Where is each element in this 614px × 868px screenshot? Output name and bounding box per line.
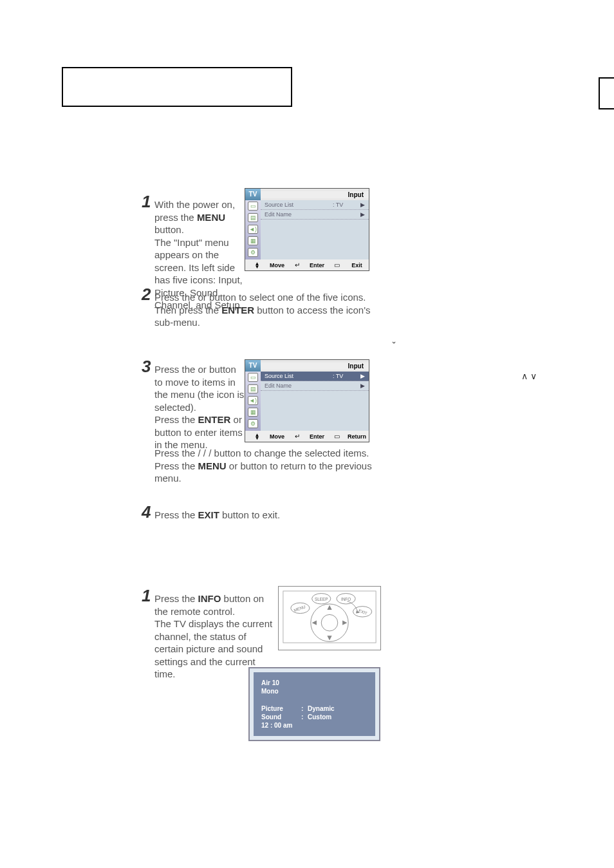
info-sound-label: Sound [261,713,301,721]
info-picture-label: Picture [261,704,301,713]
title-box [62,67,292,107]
osd-body: ▭ ▤ ◄) ▦ ⚙ Source List : TV ▶ Edit Name … [245,200,369,259]
exit-bold: EXIT [198,509,219,520]
osd-row-source-list-selected: Source List : TV ▶ [261,372,369,381]
colon: : [301,704,308,713]
icon-picture-icon: ▤ [248,213,258,222]
enter-bold: ENTER [198,414,231,425]
info-bold: INFO [198,593,221,604]
row-label: Edit Name [265,382,333,389]
remote-menu-label: MENU [293,604,306,612]
osd-body: ▭ ▤ ◄) ▦ ⚙ Source List : TV ▶ Edit Name … [245,372,369,431]
step-2-text: Press the or button to select one of the… [154,291,373,329]
row-value: : TV [333,202,358,208]
info-row-sound: Sound:Custom [261,713,367,721]
step-4-number: 4 [142,502,151,522]
footer-move-label: Move [268,433,286,440]
step-3-text-a: Press the or button to move to items in … [154,364,244,413]
right-crop-mark [599,77,614,109]
row-arrow-icon: ▶ [358,202,365,208]
icon-channel-icon: ▦ [248,408,258,417]
osd-row-source-list: Source List : TV ▶ [261,200,369,210]
icon-setup-icon: ⚙ [248,419,258,428]
icon-channel-icon: ▦ [248,236,258,245]
osd-pane: Source List : TV ▶ Edit Name ▶ [261,200,369,259]
icon-picture-icon: ▤ [248,384,258,393]
row-value: : TV [333,373,358,379]
info-panel-inner: Air 10 Mono Picture:Dynamic Sound:Custom… [254,672,375,736]
footer-enter: ↵Enter [288,261,326,269]
menu-bold: MENU [198,460,227,471]
remote-exit-label: EXIT [358,609,368,616]
osd-tv-label: TV [245,360,261,372]
enter-bold: ENTER [221,305,254,316]
icon-sound-icon: ◄) [248,225,258,234]
enter-icon: ↵ [288,433,306,440]
osd-menu-1: TV Input ▭ ▤ ◄) ▦ ⚙ Source List : TV ▶ E… [245,188,369,271]
remote-sleep-label: SLEEP [315,597,328,601]
remote-illustration: MENU SLEEP INFO EXIT [278,586,381,650]
row-label: Edit Name [265,211,333,218]
footer-exit-label: Exit [348,262,366,269]
osd-footer: ▲▼Move ↵Enter ▭Exit [245,259,369,270]
side-caret-fragment: ∧ ∨ [521,371,537,381]
row-arrow-icon: ▶ [358,373,365,379]
row-label: Source List [265,202,333,208]
footer-exit: ▭Exit [328,261,366,269]
step-4-text: Press the EXIT button to exit. [154,509,373,522]
info-step-1-number: 1 [142,586,151,606]
updown-icon: ▲▼ [248,262,266,269]
info-channel: Air 10 [261,679,367,687]
footer-move-label: Move [268,262,286,269]
step-3-text-b1: Press the [154,414,198,425]
step-1-text-b: button. [154,224,184,235]
osd-menu-2: TV Input ▭ ▤ ◄) ▦ ⚙ Source List : TV ▶ E… [245,359,369,442]
osd-pane: Source List : TV ▶ Edit Name ▶ [261,372,369,431]
footer-move: ▲▼Move [248,261,286,269]
row-value [333,382,358,389]
info-step-text-a: Press the [154,593,198,604]
step-3-number: 3 [142,357,151,377]
info-row-picture: Picture:Dynamic [261,704,367,713]
icon-input-icon: ▭ [248,373,258,382]
osd-footer: ▲▼Move ↵Enter ▭Return [245,431,369,442]
row-value [333,211,358,218]
footer-enter: ↵Enter [288,433,326,440]
icon-setup-icon: ⚙ [248,248,258,257]
step-3-text-block-b: Press the / / / button to change the sel… [154,447,399,485]
row-arrow-icon: ▶ [358,382,365,389]
step-4-text-a: Press the [154,509,198,520]
info-time: 12 : 00 am [261,721,367,730]
osd-title: Input [261,363,369,370]
footer-enter-label: Enter [308,433,326,440]
info-sound-mode: Mono [261,687,367,695]
row-label: Source List [265,373,333,379]
osd-icon-strip: ▭ ▤ ◄) ▦ ⚙ [245,200,261,259]
colon: : [301,713,308,721]
step-3-text-block-a: Press the or button to move to items in … [154,363,245,451]
osd-header: TV Input [245,189,369,200]
footer-move: ▲▼Move [248,433,286,440]
footer-return-label: Return [348,433,366,440]
step-1-number: 1 [142,192,151,212]
svg-point-2 [321,614,338,631]
updown-icon: ▲▼ [248,433,266,440]
remote-svg-icon: MENU SLEEP INFO EXIT [283,590,377,643]
icon-input-icon: ▭ [248,202,258,211]
remote-info-label: INFO [341,597,351,601]
info-sound-value: Custom [308,713,331,721]
info-display-panel: Air 10 Mono Picture:Dynamic Sound:Custom… [248,667,380,741]
icon-sound-icon: ◄) [248,396,258,405]
osd-row-edit-name: Edit Name ▶ [261,381,369,391]
step-2-number: 2 [142,285,151,305]
step-4-text-b: button to exit. [219,509,280,520]
info-picture-value: Dynamic [308,704,335,713]
menu-bold: MENU [197,212,225,223]
footer-enter-label: Enter [308,262,326,269]
return-icon: ▭ [328,433,346,440]
small-caret-fragment: ˘ [393,341,396,351]
enter-icon: ↵ [288,261,306,269]
osd-row-edit-name: Edit Name ▶ [261,210,369,220]
osd-tv-label: TV [245,189,261,200]
row-arrow-icon: ▶ [358,211,365,218]
